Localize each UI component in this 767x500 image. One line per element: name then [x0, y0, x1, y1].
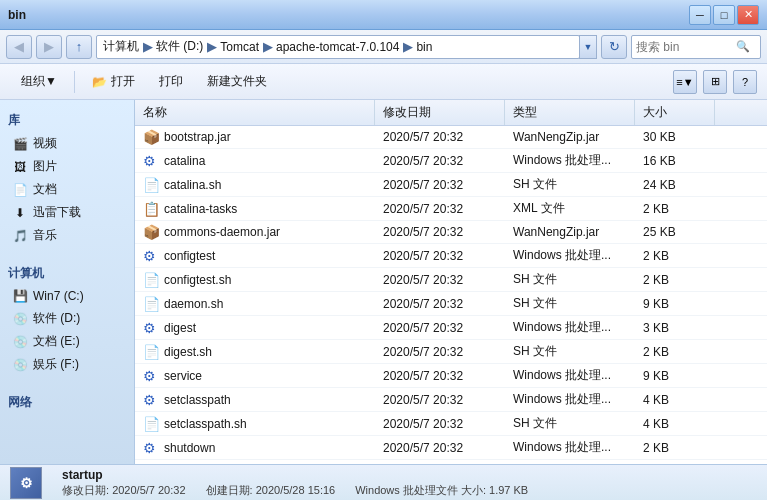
file-name: digest.sh [164, 345, 212, 359]
path-part-bin[interactable]: bin [416, 40, 432, 54]
sidebar-item-drive-c[interactable]: 💾 Win7 (C:) [0, 285, 134, 307]
file-icon: ⚙ [143, 153, 159, 169]
table-row[interactable]: ⚙ setclasspath 2020/5/7 20:32 Windows 批处… [135, 388, 767, 412]
sidebar-item-pictures[interactable]: 🖼 图片 [0, 155, 134, 178]
table-row[interactable]: 📄 digest.sh 2020/5/7 20:32 SH 文件 2 KB [135, 340, 767, 364]
search-input[interactable] [636, 40, 736, 54]
computer-label: 计算机 [8, 266, 44, 280]
toolbar-separator-1 [74, 71, 75, 93]
file-name: catalina-tasks [164, 202, 237, 216]
file-name-cell: ⚙ shutdown [135, 437, 375, 459]
drive-c-icon: 💾 [12, 288, 28, 304]
table-row[interactable]: 📄 configtest.sh 2020/5/7 20:32 SH 文件 2 K… [135, 268, 767, 292]
close-button[interactable]: ✕ [737, 5, 759, 25]
path-part-tomcat[interactable]: Tomcat [220, 40, 259, 54]
music-label: 音乐 [33, 227, 57, 244]
organize-button[interactable]: 组织▼ [10, 68, 68, 96]
file-type: SH 文件 [505, 460, 635, 464]
minimize-button[interactable]: ─ [689, 5, 711, 25]
table-row[interactable]: ⚙ shutdown 2020/5/7 20:32 Windows 批处理...… [135, 436, 767, 460]
path-part-d[interactable]: 软件 (D:) [156, 38, 203, 55]
sidebar-library-header: 库 [0, 106, 134, 132]
table-row[interactable]: ⚙ digest 2020/5/7 20:32 Windows 批处理... 3… [135, 316, 767, 340]
table-row[interactable]: ⚙ service 2020/5/7 20:32 Windows 批处理... … [135, 364, 767, 388]
file-icon: ⚙ [143, 320, 159, 336]
file-name: shutdown [164, 441, 215, 455]
sidebar-item-videos[interactable]: 🎬 视频 [0, 132, 134, 155]
file-name-cell: 📄 digest.sh [135, 341, 375, 363]
path-part-apache[interactable]: apache-tomcat-7.0.104 [276, 40, 399, 54]
table-row[interactable]: 📦 bootstrap.jar 2020/5/7 20:32 WanNengZi… [135, 126, 767, 149]
col-header-type[interactable]: 类型 [505, 100, 635, 125]
file-size: 4 KB [635, 414, 715, 434]
created-value: 2020/5/28 15:16 [256, 484, 336, 496]
col-header-size[interactable]: 大小 [635, 100, 715, 125]
table-row[interactable]: ⚙ configtest 2020/5/7 20:32 Windows 批处理.… [135, 244, 767, 268]
file-icon: 📋 [143, 201, 159, 217]
open-button[interactable]: 📂 打开 [81, 68, 146, 96]
path-part-computer[interactable]: 计算机 [103, 38, 139, 55]
file-icon: 📦 [143, 224, 159, 240]
sidebar-item-music[interactable]: 🎵 音乐 [0, 224, 134, 247]
addressbar: ◀ ▶ ↑ 计算机 ▶ 软件 (D:) ▶ Tomcat ▶ apache-to… [0, 30, 767, 64]
file-name: configtest.sh [164, 273, 231, 287]
file-size: 9 KB [635, 294, 715, 314]
table-row[interactable]: ⚙ catalina 2020/5/7 20:32 Windows 批处理...… [135, 149, 767, 173]
network-label: 网络 [8, 395, 32, 409]
status-type: Windows 批处理文件 [355, 484, 458, 496]
modified-label: 修改日期: [62, 484, 109, 496]
drive-c-label: Win7 (C:) [33, 289, 84, 303]
status-created: 创建日期: 2020/5/28 15:16 [206, 483, 336, 498]
view-grid-button[interactable]: ⊞ [703, 70, 727, 94]
table-row[interactable]: 📄 setclasspath.sh 2020/5/7 20:32 SH 文件 4… [135, 412, 767, 436]
address-dropdown[interactable]: ▼ [579, 35, 597, 59]
table-row[interactable]: 📦 commons-daemon.jar 2020/5/7 20:32 WanN… [135, 221, 767, 244]
refresh-button[interactable]: ↻ [601, 35, 627, 59]
file-size: 2 KB [635, 199, 715, 219]
file-icon: ⚙ [143, 440, 159, 456]
back-button[interactable]: ◀ [6, 35, 32, 59]
file-date: 2020/5/7 20:32 [375, 342, 505, 362]
file-date: 2020/5/7 20:32 [375, 294, 505, 314]
file-size: 9 KB [635, 366, 715, 386]
path-sep-1: ▶ [143, 40, 152, 54]
new-folder-button[interactable]: 新建文件夹 [196, 68, 278, 96]
search-icon: 🔍 [736, 40, 750, 53]
open-label: 📂 [92, 75, 107, 89]
file-size: 2 KB [635, 462, 715, 465]
maximize-button[interactable]: □ [713, 5, 735, 25]
filelist: 名称 修改日期 类型 大小 📦 bootstrap.jar 2020/5/7 2… [135, 100, 767, 464]
sidebar-item-downloads[interactable]: ⬇ 迅雷下载 [0, 201, 134, 224]
file-size: 2 KB [635, 246, 715, 266]
organize-label: 组织▼ [21, 73, 57, 90]
sidebar-item-drive-d[interactable]: 💿 软件 (D:) [0, 307, 134, 330]
main-content: 库 🎬 视频 🖼 图片 📄 文档 ⬇ 迅雷下载 🎵 音乐 [0, 100, 767, 464]
table-row[interactable]: 📄 catalina.sh 2020/5/7 20:32 SH 文件 24 KB [135, 173, 767, 197]
file-icon: ⚙ [143, 368, 159, 384]
file-name: setclasspath [164, 393, 231, 407]
view-toggle-button[interactable]: ≡▼ [673, 70, 697, 94]
table-row[interactable]: 📋 catalina-tasks 2020/5/7 20:32 XML 文件 2… [135, 197, 767, 221]
sidebar-item-drive-f[interactable]: 💿 娱乐 (F:) [0, 353, 134, 376]
up-button[interactable]: ↑ [66, 35, 92, 59]
file-name: catalina [164, 154, 205, 168]
search-box: 🔍 [631, 35, 761, 59]
sidebar: 库 🎬 视频 🖼 图片 📄 文档 ⬇ 迅雷下载 🎵 音乐 [0, 100, 135, 464]
col-header-date[interactable]: 修改日期 [375, 100, 505, 125]
picture-icon: 🖼 [12, 159, 28, 175]
table-row[interactable]: 📄 shutdown.sh 2020/5/7 20:32 SH 文件 2 KB [135, 460, 767, 464]
filelist-header: 名称 修改日期 类型 大小 [135, 100, 767, 126]
forward-button[interactable]: ▶ [36, 35, 62, 59]
print-button[interactable]: 打印 [148, 68, 194, 96]
table-row[interactable]: 📄 daemon.sh 2020/5/7 20:32 SH 文件 9 KB [135, 292, 767, 316]
downloads-label: 迅雷下载 [33, 204, 81, 221]
help-button[interactable]: ? [733, 70, 757, 94]
document-icon: 📄 [12, 182, 28, 198]
file-name: setclasspath.sh [164, 417, 247, 431]
sidebar-network-section: 网络 [0, 382, 134, 420]
file-date: 2020/5/7 20:32 [375, 414, 505, 434]
col-header-name[interactable]: 名称 [135, 100, 375, 125]
sidebar-item-documents[interactable]: 📄 文档 [0, 178, 134, 201]
file-name-cell: 📄 shutdown.sh [135, 461, 375, 465]
sidebar-item-drive-e[interactable]: 💿 文档 (E:) [0, 330, 134, 353]
